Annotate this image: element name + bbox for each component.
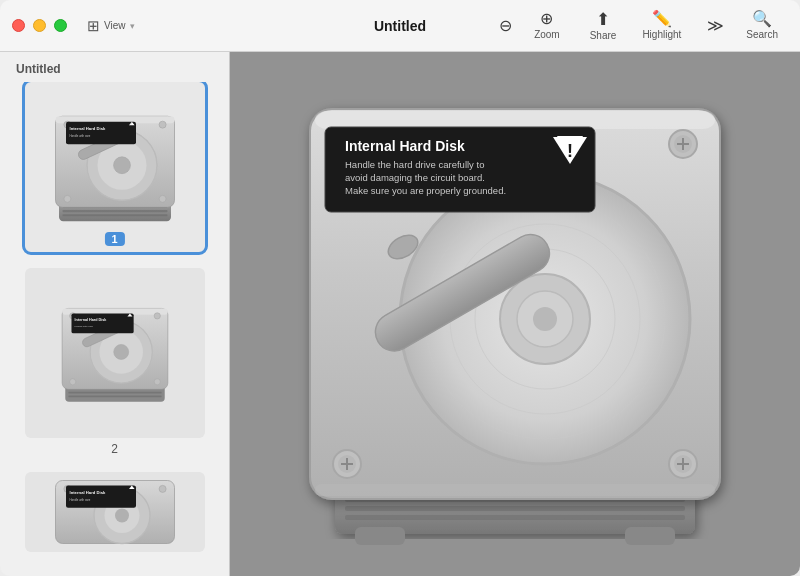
sidebar-page-2[interactable]: Internal Hard Disk Handle with care 2	[12, 268, 217, 456]
svg-rect-52	[625, 527, 675, 545]
view-chevron-icon: ▾	[130, 21, 135, 31]
share-icon: ⬆	[596, 11, 610, 28]
highlight-label: Highlight	[642, 29, 681, 40]
sidebar-title: Untitled	[0, 52, 229, 82]
svg-point-27	[69, 378, 75, 384]
svg-text:Make sure you are properly gro: Make sure you are properly grounded.	[345, 185, 506, 196]
fullscreen-button[interactable]	[54, 19, 67, 32]
svg-rect-43	[66, 485, 136, 507]
svg-rect-89	[315, 484, 715, 496]
zoom-in-icon: ⊕	[540, 11, 553, 27]
svg-rect-50	[345, 515, 685, 520]
highlight-icon: ✏️	[652, 11, 672, 27]
svg-text:avoid damaging the circuit boa: avoid damaging the circuit board.	[345, 172, 485, 183]
minimize-button[interactable]	[33, 19, 46, 32]
svg-point-26	[154, 312, 160, 318]
zoom-in-button[interactable]: ⊕ Zoom	[524, 7, 570, 44]
zoom-out-button[interactable]: ⊖	[489, 14, 522, 38]
svg-point-12	[113, 157, 130, 174]
search-icon: 🔍	[752, 11, 772, 27]
hd-svg-3: Internal Hard Disk Handle with care	[45, 472, 185, 552]
view-icon: ⊞	[87, 17, 100, 35]
svg-point-28	[154, 378, 160, 384]
svg-rect-54	[315, 111, 715, 129]
window-title: Untitled	[374, 18, 426, 34]
svg-text:!: !	[567, 141, 573, 161]
svg-text:Internal Hard Disk: Internal Hard Disk	[69, 126, 106, 131]
hd-svg-1: Internal Hard Disk Handle with care !	[45, 102, 185, 232]
sidebar-page-3[interactable]: Internal Hard Disk Handle with care	[12, 472, 217, 552]
sidebar-thumbnail-2: Internal Hard Disk Handle with care	[25, 268, 205, 438]
svg-rect-14	[66, 122, 136, 144]
main-layout: Untitled	[0, 52, 800, 576]
toolbar-right: ⊖ ⊕ Zoom ⬆ Share ✏️ Highlight ≫ 🔍 Search	[489, 7, 788, 45]
more-icon: ≫	[707, 18, 724, 34]
view-button[interactable]: ⊞ View ▾	[87, 17, 135, 35]
svg-rect-22	[68, 395, 161, 397]
svg-text:Handle with care: Handle with care	[74, 325, 93, 328]
svg-point-8	[63, 195, 70, 202]
svg-point-39	[159, 485, 166, 492]
svg-rect-51	[355, 527, 405, 545]
svg-point-77	[533, 307, 557, 331]
zoom-out-icon: ⊖	[499, 18, 512, 34]
sidebar-scroll[interactable]: Internal Hard Disk Handle with care ! 1	[0, 82, 229, 576]
sidebar-thumbnail-3: Internal Hard Disk Handle with care	[25, 472, 205, 552]
sidebar: Untitled	[0, 52, 230, 576]
sidebar-page-1[interactable]: Internal Hard Disk Handle with care ! 1	[12, 82, 217, 252]
main-content: Internal Hard Disk Handle the hard drive…	[230, 52, 800, 576]
svg-point-31	[113, 344, 128, 359]
search-label: Search	[746, 29, 778, 40]
traffic-lights	[12, 19, 67, 32]
sidebar-thumbnail-1: Internal Hard Disk Handle with care ! 1	[25, 82, 205, 252]
titlebar: ⊞ View ▾ Untitled ⊖ ⊕ Zoom ⬆ Share ✏️ Hi…	[0, 0, 800, 52]
svg-rect-21	[68, 391, 161, 393]
page-2-number: 2	[111, 442, 118, 456]
more-button[interactable]: ≫	[697, 14, 734, 38]
svg-rect-3	[62, 214, 167, 216]
page-1-badge: 1	[104, 232, 124, 246]
highlight-button[interactable]: ✏️ Highlight	[632, 7, 691, 44]
svg-rect-2	[62, 210, 167, 212]
svg-rect-49	[345, 506, 685, 511]
svg-text:Internal Hard Disk: Internal Hard Disk	[69, 490, 106, 495]
main-hard-disk-svg: Internal Hard Disk Handle the hard drive…	[255, 69, 775, 559]
svg-text:Handle with care: Handle with care	[69, 134, 90, 138]
search-button[interactable]: 🔍 Search	[736, 7, 788, 44]
svg-point-42	[115, 509, 129, 523]
svg-text:Handle with care: Handle with care	[69, 498, 90, 502]
svg-text:!: !	[130, 122, 131, 126]
close-button[interactable]	[12, 19, 25, 32]
hd-svg-2: Internal Hard Disk Handle with care	[50, 296, 180, 411]
svg-point-9	[159, 195, 166, 202]
share-label: Share	[590, 30, 617, 41]
zoom-label: Zoom	[534, 29, 560, 40]
svg-text:Handle the hard drive carefull: Handle the hard drive carefully to	[345, 159, 484, 170]
share-button[interactable]: ⬆ Share	[580, 7, 627, 45]
svg-text:Internal Hard Disk: Internal Hard Disk	[345, 138, 465, 154]
svg-rect-33	[71, 313, 133, 333]
view-label: View	[104, 20, 126, 31]
window-title-area: Untitled	[374, 18, 426, 34]
svg-text:Internal Hard Disk: Internal Hard Disk	[74, 317, 107, 321]
svg-point-7	[159, 121, 166, 128]
